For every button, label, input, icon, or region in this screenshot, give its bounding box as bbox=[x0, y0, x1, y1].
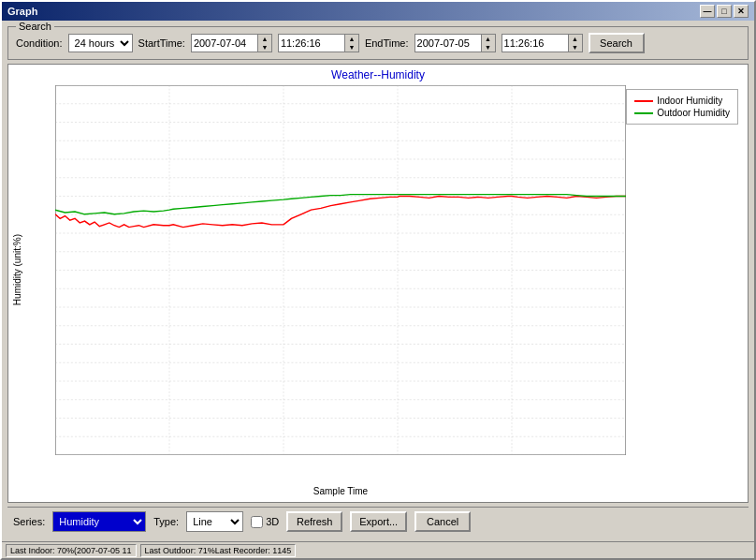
legend-indoor: Indoor Humidity bbox=[634, 96, 730, 106]
end-time-input[interactable]: 11:26:16 bbox=[502, 34, 569, 52]
start-time-spinner: 11:26:16 ▲ ▼ bbox=[278, 34, 359, 52]
end-time-down[interactable]: ▼ bbox=[569, 43, 582, 52]
status-segment-2: Last Outdoor: 71%Last Recorder: 1145 bbox=[140, 544, 297, 557]
series-select[interactable]: Humidity bbox=[52, 511, 146, 532]
cancel-button[interactable]: Cancel bbox=[414, 511, 471, 532]
legend-outdoor: Outdoor Humidity bbox=[634, 108, 730, 118]
condition-label: Condition: bbox=[16, 37, 63, 49]
end-time-up[interactable]: ▲ bbox=[569, 35, 582, 43]
minimize-button[interactable]: — bbox=[700, 5, 715, 18]
maximize-button[interactable]: □ bbox=[717, 5, 732, 18]
title-bar-buttons: — □ ✕ bbox=[700, 5, 749, 18]
search-button[interactable]: Search bbox=[589, 33, 645, 53]
start-time-arrows: ▲ ▼ bbox=[345, 34, 359, 52]
export-button[interactable]: Export... bbox=[350, 511, 407, 532]
end-time-arrows: ▲ ▼ bbox=[569, 34, 583, 52]
indoor-legend-line bbox=[634, 100, 653, 102]
title-bar: Graph — □ ✕ bbox=[2, 2, 754, 21]
chart-title: Weather--Humidity bbox=[8, 65, 748, 81]
type-select[interactable]: Line Bar Scatter bbox=[186, 511, 243, 532]
content-area: Search Condition: 24 hours 12 hours 6 ho… bbox=[2, 21, 754, 541]
start-time-up[interactable]: ▲ bbox=[345, 35, 358, 43]
outdoor-legend-line bbox=[634, 112, 653, 114]
type-label: Type: bbox=[153, 516, 179, 527]
search-group: Search Condition: 24 hours 12 hours 6 ho… bbox=[7, 26, 749, 60]
end-date-spinner: 2007-07-05 ▲ ▼ bbox=[414, 34, 496, 52]
end-date-down[interactable]: ▼ bbox=[482, 43, 495, 52]
3d-checkbox-group: 3D bbox=[251, 516, 279, 528]
end-label: EndTime: bbox=[365, 37, 409, 49]
main-window: Graph — □ ✕ Search Condition: 24 hours 1… bbox=[0, 0, 756, 560]
end-date-up[interactable]: ▲ bbox=[482, 35, 495, 43]
close-button[interactable]: ✕ bbox=[734, 5, 749, 18]
end-date-input[interactable]: 2007-07-05 bbox=[414, 34, 482, 52]
start-date-arrows: ▲ ▼ bbox=[258, 34, 272, 52]
end-time-spinner: 11:26:16 ▲ ▼ bbox=[502, 34, 583, 52]
chart-area: Weather--Humidity Humidity (unit:%) bbox=[7, 64, 749, 503]
start-date-down[interactable]: ▼ bbox=[258, 43, 271, 52]
3d-checkbox[interactable] bbox=[251, 516, 263, 528]
y-axis-label: Humidity (unit:%) bbox=[12, 234, 22, 305]
refresh-button[interactable]: Refresh bbox=[286, 511, 342, 532]
start-time-input[interactable]: 11:26:16 bbox=[278, 34, 345, 52]
start-date-input[interactable]: 2007-07-04 bbox=[191, 34, 258, 52]
chart-legend: Indoor Humidity Outdoor Humidity bbox=[626, 89, 738, 125]
end-date-arrows: ▲ ▼ bbox=[482, 34, 496, 52]
x-axis-label: Sample Time bbox=[55, 486, 626, 496]
start-label: StartTime: bbox=[138, 37, 185, 49]
outdoor-legend-label: Outdoor Humidity bbox=[657, 108, 730, 118]
search-group-label: Search bbox=[16, 21, 54, 32]
series-label: Series: bbox=[13, 516, 45, 527]
start-date-spinner: 2007-07-04 ▲ ▼ bbox=[191, 34, 272, 52]
chart-svg: 0 5 10 15 20 25 30 35 40 45 50 55 60 65 … bbox=[55, 85, 626, 455]
start-date-up[interactable]: ▲ bbox=[258, 35, 271, 43]
status-text-1: Last Indoor: 70%(2007-07-05 11 bbox=[10, 546, 132, 555]
bottom-bar: Series: Humidity Type: Line Bar Scatter … bbox=[7, 507, 749, 536]
window-title: Graph bbox=[7, 6, 37, 17]
indoor-legend-label: Indoor Humidity bbox=[657, 96, 722, 106]
search-row: Condition: 24 hours 12 hours 6 hours 1 h… bbox=[16, 33, 740, 53]
condition-select[interactable]: 24 hours 12 hours 6 hours 1 hour bbox=[68, 34, 133, 52]
3d-label: 3D bbox=[266, 516, 279, 527]
start-time-down[interactable]: ▼ bbox=[345, 43, 358, 52]
status-segment-1: Last Indoor: 70%(2007-07-05 11 bbox=[6, 544, 137, 557]
status-bar: Last Indoor: 70%(2007-07-05 11 Last Outd… bbox=[2, 541, 754, 558]
status-text-2: Last Outdoor: 71%Last Recorder: 1145 bbox=[145, 546, 292, 555]
